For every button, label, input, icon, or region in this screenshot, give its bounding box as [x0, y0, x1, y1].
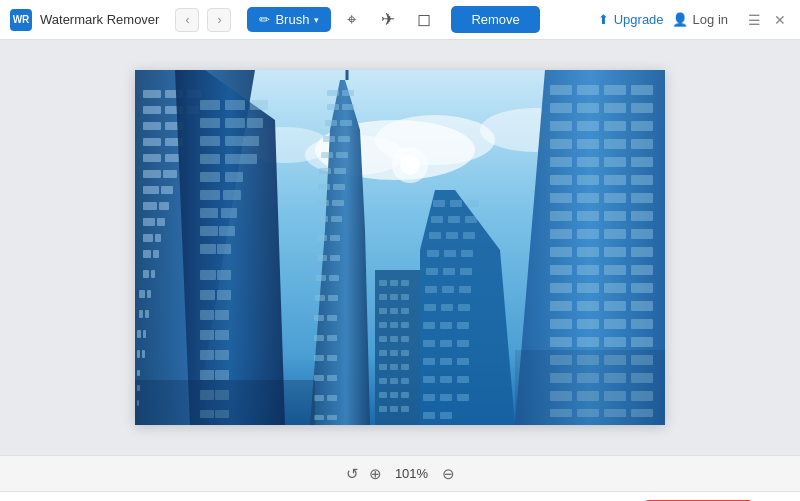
svg-rect-34 [147, 290, 151, 298]
svg-rect-67 [200, 270, 216, 280]
svg-rect-174 [604, 301, 626, 311]
user-icon: 👤 [672, 12, 688, 27]
svg-rect-120 [327, 395, 337, 401]
svg-rect-107 [316, 275, 326, 281]
svg-rect-74 [215, 330, 229, 340]
svg-rect-222 [379, 378, 387, 384]
svg-rect-66 [217, 244, 231, 254]
svg-rect-143 [631, 157, 653, 167]
clear-tool-button[interactable]: ◻ [409, 5, 439, 35]
svg-rect-238 [429, 232, 441, 239]
rotate-button[interactable]: ↺ [346, 465, 359, 483]
svg-rect-97 [318, 184, 330, 190]
svg-rect-77 [200, 370, 214, 380]
svg-rect-203 [401, 280, 409, 286]
svg-rect-260 [440, 358, 452, 365]
svg-rect-54 [200, 154, 220, 164]
svg-rect-124 [550, 85, 572, 95]
svg-rect-179 [631, 319, 653, 329]
svg-rect-250 [424, 304, 436, 311]
svg-rect-167 [631, 265, 653, 275]
svg-rect-157 [577, 229, 599, 239]
svg-rect-114 [327, 335, 337, 341]
svg-rect-121 [314, 415, 324, 420]
svg-rect-232 [433, 200, 445, 207]
svg-rect-85 [327, 90, 339, 96]
svg-rect-91 [323, 136, 335, 142]
svg-rect-161 [577, 247, 599, 257]
login-button[interactable]: 👤 Log in [672, 12, 728, 27]
svg-rect-175 [631, 301, 653, 311]
svg-rect-15 [143, 138, 161, 146]
svg-rect-151 [631, 193, 653, 203]
title-bar: WR Watermark Remover ‹ › ✏ Brush ▾ ⌖ ✈ ◻… [0, 0, 800, 40]
svg-rect-240 [463, 232, 475, 239]
svg-rect-111 [314, 315, 324, 321]
svg-rect-210 [379, 322, 387, 328]
svg-rect-145 [577, 175, 599, 185]
svg-rect-265 [423, 394, 435, 401]
svg-rect-40 [142, 350, 145, 358]
svg-rect-18 [165, 154, 179, 162]
svg-rect-101 [317, 216, 328, 222]
brush-button[interactable]: ✏ Brush ▾ [247, 7, 331, 32]
svg-rect-20 [163, 170, 177, 178]
svg-rect-215 [401, 336, 409, 342]
svg-rect-243 [461, 250, 473, 257]
forward-button[interactable]: › [207, 8, 231, 32]
svg-rect-244 [426, 268, 438, 275]
svg-rect-29 [143, 250, 151, 258]
svg-rect-148 [550, 193, 572, 203]
menu-button[interactable]: ☰ [744, 10, 764, 30]
svg-rect-32 [151, 270, 155, 278]
svg-rect-164 [550, 265, 572, 275]
svg-rect-108 [329, 275, 339, 281]
zoom-bar: ↺ ⊕ 101% ⊖ [0, 455, 800, 491]
lasso-tool-button[interactable]: ⌖ [337, 5, 367, 35]
svg-rect-95 [319, 168, 331, 174]
svg-rect-55 [225, 154, 245, 164]
back-button[interactable]: ‹ [175, 8, 199, 32]
chevron-down-icon: ▾ [314, 15, 319, 25]
svg-rect-33 [139, 290, 145, 298]
svg-rect-53 [245, 136, 259, 146]
svg-rect-154 [604, 211, 626, 221]
svg-rect-178 [604, 319, 626, 329]
close-button[interactable]: ✕ [770, 10, 790, 30]
svg-rect-259 [423, 358, 435, 365]
svg-rect-213 [379, 336, 387, 342]
svg-rect-170 [604, 283, 626, 293]
svg-rect-57 [200, 172, 220, 182]
canvas-image[interactable] [135, 70, 665, 425]
polygon-tool-button[interactable]: ✈ [373, 5, 403, 35]
svg-rect-25 [143, 218, 155, 226]
svg-rect-220 [390, 364, 398, 370]
svg-rect-49 [225, 118, 245, 128]
svg-rect-72 [215, 310, 229, 320]
svg-rect-73 [200, 330, 214, 340]
svg-rect-59 [200, 190, 220, 200]
svg-rect-158 [604, 229, 626, 239]
window-controls: ☰ ✕ [744, 10, 790, 30]
svg-rect-87 [327, 104, 339, 110]
zoom-value: 101% [392, 466, 432, 481]
svg-rect-24 [159, 202, 169, 210]
svg-rect-209 [401, 308, 409, 314]
svg-rect-247 [425, 286, 437, 293]
svg-rect-245 [443, 268, 455, 275]
svg-rect-173 [577, 301, 599, 311]
svg-rect-165 [577, 265, 599, 275]
zoom-in-button[interactable]: ⊕ [369, 465, 382, 483]
svg-rect-269 [440, 412, 452, 419]
zoom-out-button[interactable]: ⊖ [442, 465, 455, 483]
svg-rect-71 [200, 310, 214, 320]
svg-rect-137 [577, 139, 599, 149]
svg-rect-224 [401, 378, 409, 384]
upgrade-button[interactable]: ⬆ Upgrade [598, 12, 664, 27]
svg-rect-39 [137, 350, 140, 358]
svg-rect-242 [444, 250, 456, 257]
remove-button[interactable]: Remove [451, 6, 539, 33]
svg-rect-10 [143, 106, 161, 114]
svg-rect-119 [314, 395, 324, 401]
svg-rect-141 [577, 157, 599, 167]
